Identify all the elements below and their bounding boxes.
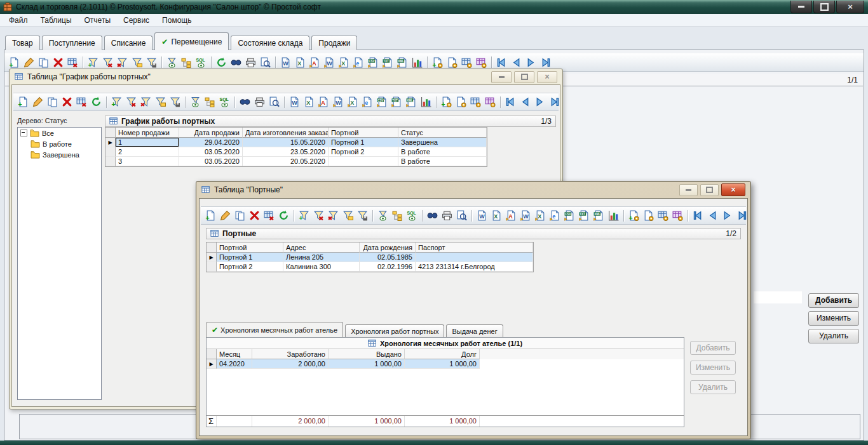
chart-button[interactable] xyxy=(419,95,433,109)
sql-button[interactable]: SQL xyxy=(194,55,208,70)
table-settings-button[interactable] xyxy=(459,55,474,70)
nav-prev-button[interactable] xyxy=(518,95,532,109)
filter-add-button[interactable]: + xyxy=(109,95,124,109)
tree-filter-button[interactable] xyxy=(390,208,405,223)
export-xls-button[interactable]: X xyxy=(337,55,351,70)
column-header[interactable]: Статус xyxy=(398,128,487,138)
main-list-field[interactable] xyxy=(754,291,802,303)
delete-button[interactable] xyxy=(60,95,74,109)
filter-folder-button[interactable] xyxy=(341,208,355,223)
export-excel-button[interactable]: X xyxy=(302,95,316,109)
tree-item-2[interactable]: В работе xyxy=(18,138,101,149)
nav-first-button[interactable] xyxy=(494,55,509,70)
column-header[interactable]: Выдано xyxy=(329,349,405,359)
print-button[interactable] xyxy=(252,95,267,109)
restore-button[interactable] xyxy=(514,71,534,83)
filter-delete-button[interactable] xyxy=(311,208,326,223)
export-html-button[interactable]: e xyxy=(351,55,366,70)
column-header[interactable]: Долг xyxy=(405,349,480,359)
export-pdf-button[interactable]: A xyxy=(308,55,322,70)
add-button[interactable]: Добавить xyxy=(808,293,859,308)
column-header[interactable]: Месяц xyxy=(217,349,252,359)
grid-settings-button[interactable] xyxy=(670,208,685,223)
nav-last-button[interactable] xyxy=(735,208,749,223)
edit-button[interactable]: Изменить xyxy=(808,311,859,326)
edit-button[interactable] xyxy=(31,95,45,109)
tree-item-3[interactable]: Завершена xyxy=(18,149,101,160)
menu-item-1[interactable]: Файл xyxy=(3,15,34,26)
table-row[interactable]: ▶Портной 1Ленина 20502.05.1985 xyxy=(207,253,533,262)
export-word-button[interactable]: W xyxy=(278,55,293,70)
export-pdf-button[interactable]: A xyxy=(316,95,331,109)
tree-item-1[interactable]: Все xyxy=(18,128,101,138)
nav-prev-button[interactable] xyxy=(705,208,720,223)
export-xml-button[interactable]: XML xyxy=(404,95,419,109)
detail-tab-1[interactable]: ✔Хронология месячных работ ателье xyxy=(206,322,343,337)
find-button[interactable] xyxy=(425,208,440,223)
close-button[interactable]: × xyxy=(537,71,557,83)
grid-settings-button[interactable] xyxy=(483,95,498,109)
chart-button[interactable] xyxy=(410,55,424,70)
nav-first-button[interactable] xyxy=(503,95,518,109)
column-header[interactable]: Дата изготовления заказа xyxy=(243,128,329,138)
export-word-button[interactable]: W xyxy=(475,208,489,223)
minimize-button[interactable] xyxy=(491,71,512,83)
export-doc-button[interactable]: W xyxy=(519,208,533,223)
refresh-button[interactable] xyxy=(276,208,291,223)
export-csv-button[interactable]: CSV xyxy=(375,95,390,109)
export-csv-button[interactable]: CSV xyxy=(562,208,577,223)
chart-button[interactable] xyxy=(606,208,621,223)
nav-last-button[interactable] xyxy=(547,95,562,109)
delete-table-button[interactable] xyxy=(65,55,80,70)
nav-next-button[interactable] xyxy=(532,95,547,109)
export-txt-button[interactable]: TXT xyxy=(577,208,592,223)
export-html-button[interactable]: e xyxy=(360,95,375,109)
filter-add-button[interactable]: + xyxy=(86,55,100,70)
table-settings-button[interactable] xyxy=(656,208,670,223)
grid-settings-button[interactable] xyxy=(474,55,489,70)
filter-view-button[interactable] xyxy=(165,55,179,70)
export-doc-button[interactable]: W xyxy=(322,55,337,70)
table-row[interactable]: 203.05.202023.05.2020Портной 2В работе xyxy=(105,147,487,157)
filter-delete-button[interactable] xyxy=(100,55,115,70)
copy-button[interactable] xyxy=(36,55,51,70)
find-button[interactable] xyxy=(238,95,252,109)
edit-button[interactable] xyxy=(22,55,36,70)
refresh-button[interactable] xyxy=(89,95,104,109)
column-header[interactable]: Дата продажи xyxy=(179,128,243,138)
export-doc-button[interactable]: W xyxy=(331,95,346,109)
export-pdf-button[interactable]: A xyxy=(504,208,519,223)
column-header[interactable]: Дата рождения xyxy=(360,242,416,253)
column-header[interactable]: Портной xyxy=(329,128,398,138)
detail-tab-2[interactable]: Хронология работ портных xyxy=(345,324,444,337)
column-header[interactable]: Паспорт xyxy=(416,242,533,253)
menu-item-2[interactable]: Таблицы xyxy=(34,15,78,26)
column-header[interactable]: Адрес xyxy=(283,242,360,253)
delete-button[interactable] xyxy=(247,208,262,223)
nav-next-button[interactable] xyxy=(524,55,538,70)
restore-button[interactable] xyxy=(700,184,719,196)
find-button[interactable] xyxy=(229,55,243,70)
filter-view-button[interactable] xyxy=(376,208,390,223)
filter-folder-button[interactable] xyxy=(153,95,168,109)
detail-tab-3[interactable]: Выдача денег xyxy=(446,324,503,337)
form-settings-button[interactable] xyxy=(641,208,656,223)
table-row[interactable]: ▶129.04.202015.05.2020Портной 1Завершена xyxy=(105,138,487,147)
copy-button[interactable] xyxy=(45,95,60,109)
export-xls-button[interactable]: X xyxy=(346,95,360,109)
table-row[interactable]: ▶04.20202 000,001 000,001 000,00 xyxy=(207,359,684,369)
form-add-button[interactable]: + xyxy=(439,95,454,109)
form-add-button[interactable]: + xyxy=(430,55,445,70)
edit-button[interactable] xyxy=(218,208,233,223)
filter-save-button[interactable] xyxy=(168,95,182,109)
sql-button[interactable]: SQL xyxy=(217,95,232,109)
nav-last-button[interactable] xyxy=(538,55,553,70)
export-xml-button[interactable]: XML xyxy=(592,208,606,223)
filter-folder-button[interactable] xyxy=(130,55,144,70)
filter-clear-button[interactable] xyxy=(139,95,153,109)
export-word-button[interactable]: W xyxy=(287,95,302,109)
add-record-button[interactable]: + xyxy=(16,95,31,109)
main-tab-5[interactable]: Состояние склада xyxy=(231,36,309,50)
menu-item-4[interactable]: Сервис xyxy=(117,15,156,26)
sql-button[interactable]: SQL xyxy=(405,208,419,223)
